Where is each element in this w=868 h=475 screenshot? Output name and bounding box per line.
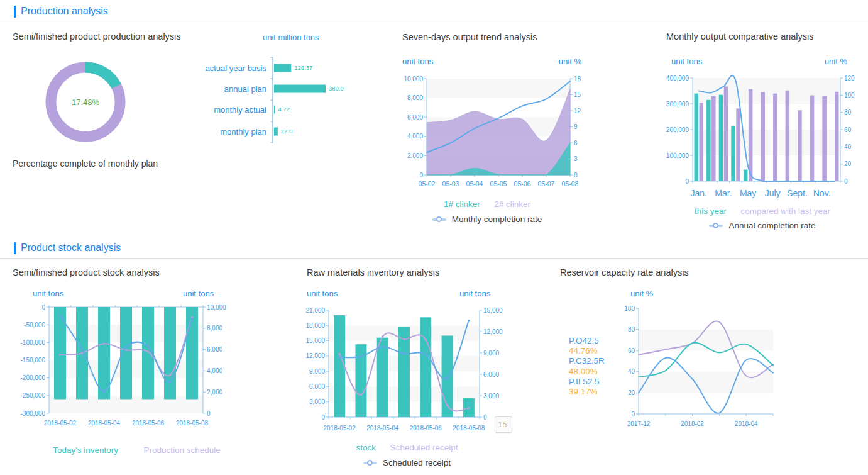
hbar-chart-production: actual year basis126.37annual plan380.0m…: [201, 55, 390, 156]
line-dot-icon: [709, 225, 723, 227]
panel-title-raw-materials: Raw materials inventory analysis: [307, 267, 439, 277]
svg-text:27.0: 27.0: [281, 128, 293, 135]
legend-item-scheduled-receipt[interactable]: Scheduled receipt: [390, 443, 458, 452]
svg-text:-50,000: -50,000: [24, 321, 45, 328]
svg-text:9: 9: [574, 123, 578, 130]
svg-text:300,000: 300,000: [666, 101, 689, 108]
legend-item-monthly-completion-rate[interactable]: Monthly completion rate: [393, 215, 581, 224]
unit-label-tons-left: unit tons: [402, 57, 433, 66]
svg-text:2018-05-08: 2018-05-08: [176, 420, 209, 427]
svg-text:4.72: 4.72: [278, 106, 290, 113]
unit-label-tons-left: unit tons: [33, 289, 63, 298]
panel-title-reservoir: Reservoir capacity rate analysis: [560, 267, 689, 277]
svg-text:60: 60: [844, 126, 852, 133]
legend-item-production-schedule[interactable]: Production schedule: [144, 445, 221, 455]
svg-text:80: 80: [628, 326, 635, 333]
line-chart-reservoir: 1008060402002017-122018-022018-04: [622, 302, 792, 431]
svg-text:6: 6: [574, 140, 578, 147]
svg-text:05-04: 05-04: [466, 180, 483, 187]
unit-label-percent-right: unit %: [810, 57, 847, 66]
legend-item-this-year[interactable]: this year: [695, 206, 727, 216]
unit-label-percent: unit %: [630, 289, 653, 298]
svg-text:9,000: 9,000: [483, 350, 499, 357]
donut-center-percentage: 17.48%: [60, 98, 111, 107]
svg-text:60: 60: [628, 347, 635, 354]
section-accent-bar: [14, 6, 16, 18]
stat-name: P.II 52.5: [569, 377, 605, 387]
svg-text:05-02: 05-02: [419, 180, 436, 187]
svg-text:8,000: 8,000: [407, 94, 423, 101]
svg-text:6,000: 6,000: [207, 346, 222, 353]
svg-text:05-03: 05-03: [442, 180, 459, 187]
svg-text:126.37: 126.37: [294, 64, 312, 71]
svg-text:2018-04: 2018-04: [735, 420, 758, 427]
svg-text:2018-05-02: 2018-05-02: [324, 425, 356, 432]
svg-text:12,000: 12,000: [305, 352, 325, 359]
svg-text:2018-05-06: 2018-05-06: [132, 420, 165, 427]
svg-text:18: 18: [574, 75, 581, 82]
divider: [0, 23, 868, 23]
svg-text:12: 12: [574, 108, 581, 115]
svg-text:3,000: 3,000: [309, 398, 325, 405]
svg-text:05-08: 05-08: [562, 180, 579, 187]
stat-value: 44.76%: [569, 346, 605, 356]
legend-row: this year compared with last year: [657, 205, 868, 216]
area-chart-seven-days: 10,0008,0006,0004,0002,0000181512963005-…: [390, 69, 591, 195]
legend-item-annual-completion-rate[interactable]: Annual completion rate: [657, 221, 868, 230]
unit-label-tons-left: unit tons: [671, 57, 702, 66]
section-accent-bar: [14, 242, 16, 254]
legend-label: Annual completion rate: [728, 221, 815, 230]
svg-text:Jan.: Jan.: [691, 188, 707, 198]
line-dot-icon: [363, 462, 377, 464]
svg-text:actual year basis: actual year basis: [205, 64, 266, 73]
svg-text:0: 0: [574, 172, 578, 179]
svg-text:2018-05-06: 2018-05-06: [410, 425, 442, 432]
unit-label-percent-right: unit %: [541, 57, 581, 66]
section-title-production: Production analysis: [21, 6, 108, 17]
legend-item-last-year[interactable]: compared with last year: [740, 206, 830, 216]
svg-text:-100,000: -100,000: [21, 339, 46, 346]
svg-text:6,000: 6,000: [483, 371, 499, 378]
panel-title-production-analysis: Semi/finished product production analysi…: [13, 31, 181, 42]
legend-row: Today's inventory Production schedule: [13, 444, 261, 455]
dashboard: Production analysis Semi/finished produc…: [0, 0, 868, 475]
svg-text:-300,000: -300,000: [21, 410, 46, 417]
svg-text:100,000: 100,000: [666, 152, 689, 159]
svg-text:10,000: 10,000: [207, 304, 226, 311]
bar-line-chart-stock: 0-50,000-100,000-150,000-200,000-250,000…: [13, 302, 261, 431]
svg-text:2018-05-02: 2018-05-02: [44, 420, 77, 427]
svg-text:100: 100: [624, 305, 635, 312]
svg-text:20: 20: [844, 160, 852, 167]
svg-text:4,000: 4,000: [407, 133, 423, 140]
donut-caption: Percentage complete of monthly plan: [13, 159, 158, 169]
svg-text:0: 0: [483, 414, 487, 421]
legend-item-stock[interactable]: stock: [356, 443, 376, 452]
svg-text:2017-12: 2017-12: [627, 420, 651, 427]
svg-text:0: 0: [419, 172, 423, 179]
divider: [0, 258, 868, 259]
svg-text:0: 0: [631, 411, 635, 418]
legend-item-1-clinker[interactable]: 1# clinker: [444, 199, 480, 209]
svg-text:0: 0: [685, 178, 689, 185]
svg-text:15,000: 15,000: [483, 307, 503, 314]
svg-text:15: 15: [574, 91, 581, 98]
data-zoom-handle[interactable]: 15: [495, 416, 512, 433]
stat-name: P.C32.5R: [569, 356, 605, 366]
legend-item-2-clinker[interactable]: 2# clinker: [494, 199, 530, 209]
svg-text:0: 0: [41, 304, 45, 311]
svg-text:05-07: 05-07: [538, 180, 555, 187]
svg-text:annual plan: annual plan: [224, 84, 266, 94]
svg-text:05-06: 05-06: [514, 180, 531, 187]
svg-text:-150,000: -150,000: [21, 357, 46, 364]
svg-text:100: 100: [844, 92, 855, 99]
svg-text:18,000: 18,000: [305, 322, 325, 329]
svg-text:0: 0: [844, 178, 848, 185]
svg-text:6,000: 6,000: [407, 114, 423, 121]
svg-text:0: 0: [321, 414, 325, 421]
svg-text:2,000: 2,000: [407, 152, 423, 159]
svg-text:120: 120: [844, 75, 855, 82]
svg-text:2,000: 2,000: [207, 389, 222, 396]
legend-item-scheduled-receipt-rate[interactable]: Scheduled receipt: [299, 458, 515, 467]
panel-title-monthly-output: Monthly output comparative analysis: [666, 31, 814, 42]
legend-item-todays-inventory[interactable]: Today's inventory: [53, 445, 118, 455]
